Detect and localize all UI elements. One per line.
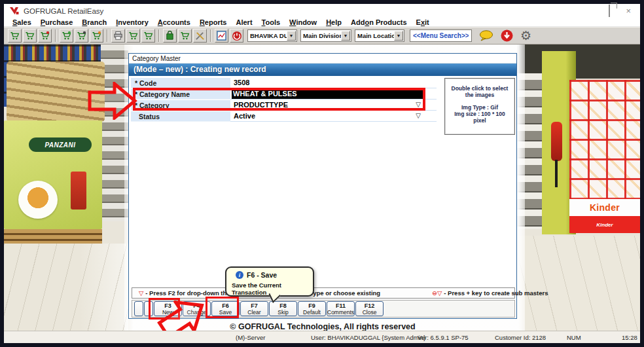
field-label: Status: [131, 111, 230, 122]
division-dropdown-value: Main Division: [301, 32, 341, 39]
chevron-down-icon[interactable]: ▼: [287, 31, 296, 41]
print-icon[interactable]: [111, 29, 125, 43]
status-item-5: NUM: [567, 334, 581, 341]
sales-order-cart-icon[interactable]: [126, 29, 140, 43]
fkey-f12-close[interactable]: F12Close: [355, 301, 384, 316]
menu-tools[interactable]: Tools: [257, 18, 285, 26]
hint-bar: ▽- Press F2 for drop-down the list⊖▽- Ty…: [132, 287, 515, 299]
menu-search-input[interactable]: [410, 29, 472, 42]
menu-purchase[interactable]: Purchase: [36, 18, 78, 26]
image-size-text: Img size : 100 * 100 pixel: [449, 111, 510, 124]
toolbar-icon-group: [7, 29, 244, 43]
menu-branch[interactable]: Branch: [77, 18, 111, 26]
toolbar-separator: [107, 29, 108, 42]
feedback-chat-button[interactable]: [479, 30, 493, 41]
fkey-label: New: [154, 310, 181, 316]
desktop: PANZANI Kinder Kinder: [4, 45, 640, 331]
customer-cart-icon[interactable]: [60, 29, 73, 43]
fkey-label: Save: [212, 310, 239, 316]
location-dropdown-value: Main Location: [355, 32, 394, 39]
fkey-f7-clear[interactable]: F7Clear: [240, 301, 268, 316]
supplier-cart-icon[interactable]: [90, 29, 103, 43]
fkey-key: F3: [154, 302, 181, 310]
user-dropdown-value: BHAVIKA DUGG…: [248, 32, 287, 39]
form-row-4: StatusActive▽: [131, 111, 437, 122]
fkey-f3-new[interactable]: F3New: [154, 301, 182, 316]
settings-gear-icon[interactable]: ⚙: [520, 29, 531, 42]
window-title: GOFRUGAL RetailEasy: [24, 7, 103, 15]
chevron-down-icon[interactable]: ▼: [341, 31, 350, 41]
restore-button[interactable]: [609, 5, 610, 17]
quotation-cart-icon[interactable]: [141, 29, 155, 43]
menu-window[interactable]: Window: [285, 18, 321, 26]
hint-text: - Press + key to create sub masters: [444, 289, 548, 297]
tooltip-body: Save the Current Transaction: [232, 282, 308, 296]
function-key-bar: F3NewF4ChangeF6SaveF7ClearF8SkipF9Defaul…: [132, 300, 515, 318]
menu-sales[interactable]: Sales: [8, 18, 36, 26]
menu-exit[interactable]: Exit: [412, 18, 434, 26]
menu-addon-products[interactable]: Addon Products: [346, 18, 412, 26]
form: * Code3508* Category NameWHEAT & PULSES*…: [131, 78, 437, 122]
field-value[interactable]: Active▽: [230, 111, 437, 122]
field-value-text: 3508: [234, 79, 249, 86]
power-off-icon[interactable]: [230, 29, 243, 43]
division-dropdown[interactable]: Main Division ▼: [300, 29, 351, 42]
stock-bag-icon[interactable]: [163, 29, 177, 43]
pasta-stack: [7, 62, 105, 122]
sales-return-cart-icon[interactable]: [38, 29, 52, 43]
field-value-text: PRODUCTTYPE: [234, 101, 288, 109]
tools-icon[interactable]: [193, 29, 207, 43]
dropdown-arrow-icon[interactable]: ▽: [416, 101, 421, 108]
form-row-1: * Code3508: [131, 78, 437, 88]
update-download-button[interactable]: [501, 29, 513, 42]
inventory-cart-icon[interactable]: [178, 29, 192, 43]
store-floor: [4, 244, 128, 331]
sales-cart-icon[interactable]: [8, 29, 22, 43]
fkey-f9-default[interactable]: F9Default: [298, 301, 326, 316]
fkey-label: Default: [298, 310, 325, 316]
category-master-window: Category Master (Mode – new) : Creating …: [128, 53, 517, 319]
info-icon: i: [236, 271, 243, 279]
fkey-f4-change[interactable]: F4Change: [183, 301, 211, 316]
kinder-logo: Kinder: [590, 202, 620, 213]
app-logo-icon: [9, 7, 20, 15]
field-value[interactable]: 3508: [230, 78, 437, 88]
fkey-f6-save[interactable]: F6Save: [211, 301, 240, 316]
image-select-panel[interactable]: Double click to select the images Img Ty…: [444, 78, 515, 135]
title-bar: GOFRUGAL RetailEasy ×: [4, 4, 640, 18]
hint-text: - Type or choose existing: [306, 289, 380, 297]
close-button[interactable]: ×: [626, 7, 631, 15]
download-arrow-icon: [501, 29, 513, 42]
user-dropdown[interactable]: BHAVIKA DUGG… ▼: [247, 29, 297, 42]
field-label: * Code: [131, 78, 230, 88]
toolbar: BHAVIKA DUGG… ▼ Main Division ▼ Main Loc…: [4, 27, 640, 45]
background-photo-right: Kinder Kinder: [517, 45, 640, 331]
blank-button[interactable]: [134, 301, 143, 316]
chevron-down-icon[interactable]: ▼: [394, 31, 403, 41]
blank-button[interactable]: [144, 301, 153, 316]
toolbar-separator: [210, 29, 211, 42]
menu-help[interactable]: Help: [321, 18, 346, 26]
menu-accounts[interactable]: Accounts: [153, 18, 195, 26]
restore-icon: [609, 5, 610, 17]
field-value-text: WHEAT & PULSES: [232, 90, 424, 99]
menu-reports[interactable]: Reports: [195, 18, 232, 26]
fkey-key: F11: [327, 302, 354, 310]
location-dropdown[interactable]: Main Location ▼: [355, 29, 404, 42]
fkey-label: Comments: [327, 310, 354, 316]
hint-symbol-icon: ⊖▽: [432, 289, 442, 297]
menu-bar: SalesPurchaseBranchInventoryAccountsRepo…: [4, 18, 640, 27]
fkey-f11-comments[interactable]: F11Comments: [327, 301, 355, 316]
menu-alert[interactable]: Alert: [231, 18, 257, 26]
menu-inventory[interactable]: Inventory: [111, 18, 153, 26]
purchase-cart-icon[interactable]: [75, 29, 88, 43]
panzani-display-box: PANZANI: [4, 120, 102, 229]
field-value[interactable]: WHEAT & PULSES: [230, 89, 437, 100]
sales-bill-cart-icon[interactable]: [23, 29, 37, 43]
reports-chart-icon[interactable]: [215, 29, 228, 43]
kinder-base-label: Kinder: [596, 222, 613, 228]
field-value[interactable]: PRODUCTTYPE▽: [230, 100, 437, 111]
dropdown-arrow-icon[interactable]: ▽: [416, 112, 421, 119]
fkey-key: F6: [212, 302, 239, 310]
fkey-f8-skip[interactable]: F8Skip: [269, 301, 297, 316]
